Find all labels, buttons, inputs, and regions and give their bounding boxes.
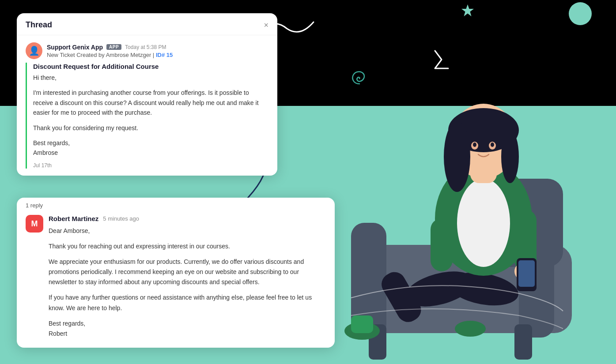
svg-rect-13 [351,315,373,333]
reply-panel: 1 reply M Robert Martinez 5 minutes ago … [17,198,335,348]
thread-title: Thread [26,20,52,30]
body-paragraph-2: Thank you for considering my request. [33,123,268,133]
signer-name: Ambrose [33,149,58,156]
message-time: Today at 5:38 PM [125,44,166,50]
message-subject: Discount Request for Additional Course [33,63,268,70]
svg-point-19 [444,121,470,192]
reply-count: 1 reply [17,198,335,209]
svg-rect-29 [431,218,453,271]
reply-content: Robert Martinez 5 minutes ago Dear Ambor… [49,215,326,339]
deco-circle [569,2,592,25]
star-icon [461,4,475,19]
ticket-id-link[interactable]: ID# 15 [156,52,173,58]
reply-time: 5 minutes ago [103,215,139,222]
svg-point-20 [501,130,519,183]
message-date: Jul 17th [33,162,268,169]
svg-point-15 [457,179,510,267]
message-body: Hi there, I'm interested in purchasing a… [33,73,268,158]
greeting: Hi there, [33,73,268,83]
reply-body-3: If you have any further questions or nee… [49,293,326,313]
person-icon: 👤 [29,45,40,56]
svg-marker-0 [461,4,474,16]
reply-message: M Robert Martinez 5 minutes ago Dear Amb… [17,209,335,348]
sender-name: Support Genix App [47,44,103,51]
svg-rect-28 [518,260,535,287]
spiral-deco [349,65,370,88]
meta-right: Support Genix App APP Today at 5:38 PM N… [47,44,173,58]
reply-signer: Robert [49,330,67,337]
avatar: 👤 [26,42,42,59]
message-meta: 👤 Support Genix App APP Today at 5:38 PM… [26,42,268,59]
reply-greeting: Dear Amborse, [49,226,326,236]
reply-meta-top: Robert Martinez 5 minutes ago [49,215,326,222]
reply-closing: Best regards, Robert [49,319,326,339]
thread-panel: Thread × 👤 Support Genix App APP Today a… [17,13,277,176]
message-block: 👤 Support Genix App APP Today at 5:38 PM… [17,35,277,176]
close-button[interactable]: × [264,21,268,29]
svg-point-23 [473,143,476,147]
reply-sender-name: Robert Martinez [49,215,98,222]
reply-closing-text: Best regards, [49,320,85,327]
reply-body-1: Thank you for reaching out and expressin… [49,241,326,251]
subtitle-text: New Ticket Created by Ambrose Metzger | [47,52,154,58]
message-content: Discount Request for Additional Course H… [26,63,268,169]
svg-point-24 [491,143,494,147]
body-paragraph-1: I'm interested in purchasing another cou… [33,88,268,117]
app-badge: APP [106,44,121,50]
ticket-subtitle: New Ticket Created by Ambrose Metzger | … [47,52,173,58]
meta-top: Support Genix App APP Today at 5:38 PM [47,44,173,51]
squiggle-right-deco [431,49,457,77]
reply-body: Dear Amborse, Thank you for reaching out… [49,226,326,339]
closing-text: Best regards, [33,139,70,146]
closing-line: Best regards, Ambrose [33,138,268,158]
reply-avatar: M [26,215,43,233]
reply-body-2: We appreciate your enthusiasm for our pr… [49,257,326,287]
svg-rect-7 [514,324,532,360]
thread-header: Thread × [17,13,277,35]
svg-point-12 [455,321,486,337]
